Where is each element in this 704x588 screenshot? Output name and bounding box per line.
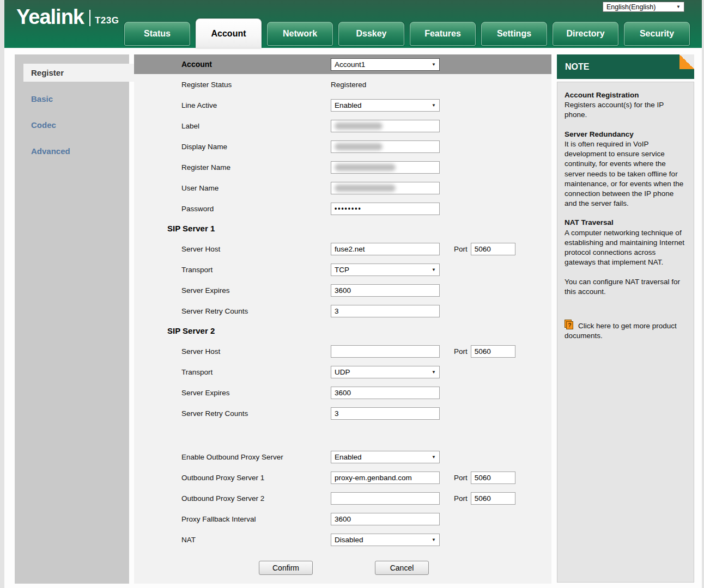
line-active-select[interactable]: Enabled▼: [331, 99, 440, 112]
register-name-label: Register Name: [181, 163, 331, 171]
input-value: 5060: [475, 347, 491, 356]
model-label: T23G: [95, 15, 119, 26]
form-rows: Register StatusRegisteredLine ActiveEnab…: [134, 74, 551, 550]
port-label: Port: [454, 474, 468, 482]
form-row-proxy-fallback-interval: Proxy Fallback Interval3600: [134, 509, 551, 529]
tab-settings[interactable]: Settings: [481, 22, 547, 46]
display-name-input[interactable]: [331, 140, 440, 153]
form-row-transport: TransportUDP▼: [134, 362, 551, 382]
sidebar-item-register[interactable]: Register: [23, 64, 136, 82]
input-value: ••••••••: [335, 205, 362, 212]
tab-account[interactable]: Account: [196, 19, 262, 48]
server-retry-counts-input[interactable]: 3: [331, 305, 440, 317]
note-section-title: Server Redundancy: [565, 130, 687, 139]
tab-network[interactable]: Network: [267, 22, 333, 46]
server-expires-input[interactable]: 3600: [331, 387, 440, 399]
sidebar-item-codec[interactable]: Codec: [23, 116, 129, 134]
form-row-nat: NATDisabled▼: [134, 529, 551, 550]
outbound-proxy-server-1-port-input[interactable]: 5060: [471, 471, 515, 484]
proxy-fallback-interval-input[interactable]: 3600: [331, 513, 440, 525]
server-host-port-input[interactable]: 5060: [471, 243, 515, 255]
tab-status[interactable]: Status: [124, 22, 190, 46]
password-label: Password: [181, 205, 331, 213]
server-expires-input[interactable]: 3600: [331, 284, 440, 297]
transport-label: Transport: [181, 266, 331, 274]
display-name-label: Display Name: [181, 143, 331, 151]
logo-divider: [89, 10, 90, 26]
outbound-proxy-server-1-input[interactable]: proxy-em.genband.com: [331, 471, 440, 484]
outbound-proxy-server-2-port-input[interactable]: 5060: [471, 492, 515, 505]
form-row-display-name: Display Name: [134, 136, 551, 157]
input-value: proxy-em.genband.com: [335, 474, 412, 482]
tab-security[interactable]: Security: [624, 22, 690, 46]
server-host-port-input[interactable]: 5060: [471, 345, 515, 358]
server-expires-label: Server Expires: [181, 389, 331, 397]
form-row-register-status: Register StatusRegistered: [134, 74, 551, 95]
redacted-value: [335, 143, 383, 150]
input-value: 3: [335, 409, 339, 418]
selected-option: Enabled: [335, 101, 362, 109]
product-docs-link[interactable]: ? Click here to get more product documen…: [565, 320, 687, 341]
tab-directory[interactable]: Directory: [553, 22, 618, 46]
server-retry-counts-label: Server Retry Counts: [181, 307, 331, 315]
form-row-server-host: Server Hostfuse2.netPort5060: [134, 238, 551, 259]
sidebar-item-basic[interactable]: Basic: [23, 90, 129, 108]
redacted-value: [335, 185, 396, 192]
note-panel: NOTE Account Registration Registers acco…: [557, 54, 694, 584]
dropdown-arrow-icon: ▼: [432, 267, 436, 272]
input-value: 5060: [475, 494, 491, 503]
form-row-register-name: Register Name: [134, 157, 551, 177]
nat-select[interactable]: Disabled▼: [331, 534, 440, 546]
form-row-outbound-proxy-server-1: Outbound Proxy Server 1proxy-em.genband.…: [134, 467, 551, 488]
dropdown-arrow-icon: ▼: [432, 370, 436, 375]
form-row-server-host: Server HostPort5060: [134, 341, 551, 362]
sidebar-item-advanced[interactable]: Advanced: [23, 142, 129, 160]
server-host-input[interactable]: fuse2.net: [331, 243, 440, 255]
folded-corner-icon: [679, 54, 694, 69]
sip-server-1-heading: SIP Server 1: [134, 219, 551, 238]
password-input[interactable]: ••••••••: [331, 203, 440, 215]
server-retry-counts-label: Server Retry Counts: [181, 409, 331, 418]
input-value: 5060: [475, 474, 491, 482]
port-label: Port: [454, 347, 468, 356]
form-row-user-name: User Name: [134, 177, 551, 198]
register-status-value: Registered: [331, 81, 366, 89]
user-name-input[interactable]: [331, 182, 440, 194]
dropdown-arrow-icon: ▼: [432, 103, 436, 108]
input-value: 3: [335, 307, 339, 315]
language-select-value: English(English): [606, 3, 656, 11]
enable-outbound-proxy-server-select[interactable]: Enabled▼: [331, 451, 440, 463]
form-row-server-expires: Server Expires3600: [134, 280, 551, 301]
selected-option: Disabled: [335, 536, 363, 544]
register-name-input[interactable]: [331, 161, 440, 174]
cancel-button[interactable]: Cancel: [375, 561, 429, 575]
transport-select[interactable]: UDP▼: [331, 366, 440, 378]
selected-option: UDP: [335, 368, 350, 376]
selected-option: TCP: [335, 266, 349, 274]
tab-features[interactable]: Features: [410, 22, 476, 46]
port-label: Port: [454, 494, 468, 503]
language-select[interactable]: English(English) ▼: [603, 2, 684, 12]
outbound-proxy-server-2-input[interactable]: [331, 492, 440, 505]
transport-select[interactable]: TCP▼: [331, 264, 440, 276]
user-name-label: User Name: [181, 184, 331, 192]
note-section-text: It is often required in VoIP development…: [565, 139, 687, 209]
label-input[interactable]: [331, 120, 440, 132]
help-doc-icon: ?: [565, 320, 574, 330]
form-row-server-retry-counts: Server Retry Counts3: [134, 403, 551, 424]
input-value: 3600: [335, 286, 351, 295]
outbound-proxy-server-2-label: Outbound Proxy Server 2: [181, 494, 331, 503]
dropdown-arrow-icon: ▼: [432, 537, 436, 542]
account-select[interactable]: Account1 ▼: [331, 58, 440, 71]
brand-logo: Yealink T23G: [16, 7, 119, 27]
dropdown-arrow-icon: ▼: [676, 4, 681, 9]
confirm-button[interactable]: Confirm: [259, 561, 313, 575]
note-extra-text: You can configure NAT traversal for this…: [565, 277, 687, 297]
input-value: fuse2.net: [335, 245, 365, 253]
enable-outbound-proxy-server-label: Enable Outbound Proxy Server: [181, 453, 331, 461]
server-host-input[interactable]: [331, 345, 440, 358]
server-retry-counts-input[interactable]: 3: [331, 407, 440, 420]
line-active-label: Line Active: [181, 101, 331, 109]
tab-dsskey[interactable]: Dsskey: [338, 22, 404, 46]
form-row-server-expires: Server Expires3600: [134, 382, 551, 403]
